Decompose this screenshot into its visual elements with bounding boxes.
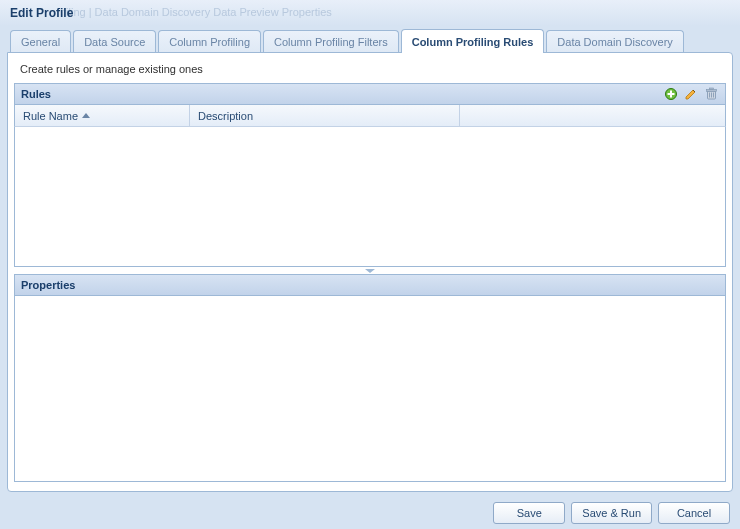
svg-rect-2 (668, 93, 675, 95)
titlebar-ghost-text: filing | Data Domain Discovery Data Prev… (63, 6, 332, 18)
column-header-label: Description (198, 110, 253, 122)
rules-panel-title: Rules (21, 88, 51, 100)
tab-label: Column Profiling (169, 36, 250, 48)
tab-column-profiling[interactable]: Column Profiling (158, 30, 261, 52)
rules-panel-header: Rules (14, 83, 726, 105)
tab-label: Data Domain Discovery (557, 36, 673, 48)
properties-panel-header: Properties (14, 274, 726, 296)
tab-content: Create rules or manage existing ones Rul… (7, 52, 733, 492)
tab-data-source[interactable]: Data Source (73, 30, 156, 52)
column-header-description[interactable]: Description (190, 105, 460, 126)
properties-panel-title: Properties (21, 279, 75, 291)
tab-general[interactable]: General (10, 30, 71, 52)
save-and-run-button[interactable]: Save & Run (571, 502, 652, 524)
properties-panel-body (14, 296, 726, 482)
sort-ascending-icon (82, 113, 90, 118)
save-button[interactable]: Save (493, 502, 565, 524)
cancel-button[interactable]: Cancel (658, 502, 730, 524)
splitter-thumb-icon (365, 269, 375, 273)
dialog-footer: Save Save & Run Cancel (493, 502, 730, 524)
svg-rect-5 (709, 88, 713, 90)
tabstrip: General Data Source Column Profiling Col… (0, 26, 740, 52)
column-header-label: Rule Name (23, 110, 78, 122)
dialog-title: Edit Profile (10, 6, 73, 20)
rules-grid-header: Rule Name Description (14, 105, 726, 127)
rules-panel: Rules Rule Name Description (14, 83, 726, 267)
tab-label: Data Source (84, 36, 145, 48)
tab-column-profiling-filters[interactable]: Column Profiling Filters (263, 30, 399, 52)
column-header-rule-name[interactable]: Rule Name (15, 105, 190, 126)
tab-label: Column Profiling Rules (412, 36, 534, 48)
delete-rule-icon[interactable] (703, 86, 719, 102)
tab-label: General (21, 36, 60, 48)
tab-data-domain-discovery[interactable]: Data Domain Discovery (546, 30, 684, 52)
horizontal-splitter[interactable] (8, 267, 732, 274)
properties-panel: Properties (14, 274, 726, 482)
rules-grid-body[interactable] (14, 127, 726, 267)
tab-label: Column Profiling Filters (274, 36, 388, 48)
instruction-text: Create rules or manage existing ones (8, 53, 732, 83)
titlebar: Edit Profile filing | Data Domain Discov… (0, 0, 740, 26)
edit-profile-dialog: Edit Profile filing | Data Domain Discov… (0, 0, 740, 529)
add-rule-icon[interactable] (663, 86, 679, 102)
tab-column-profiling-rules[interactable]: Column Profiling Rules (401, 29, 545, 53)
column-header-spacer (460, 105, 725, 126)
edit-rule-icon[interactable] (683, 86, 699, 102)
